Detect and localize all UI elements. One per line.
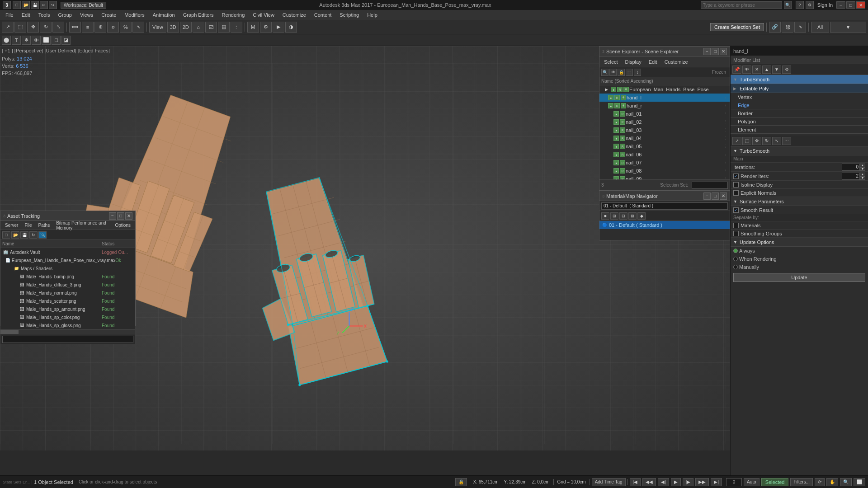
at-save-btn[interactable]: 💾 — [20, 231, 28, 239]
nail09-item[interactable]: ● R nail_09 ⋮ — [599, 175, 730, 179]
more-btn[interactable]: ⋯ — [782, 137, 791, 145]
schematic-btn[interactable]: ⋮ — [231, 22, 242, 33]
select-region-btn[interactable]: ⬚ — [14, 22, 26, 33]
orbit-btn[interactable]: ⟳ — [815, 478, 825, 486]
lock-selection-btn[interactable]: 🔒 — [455, 478, 467, 486]
mat-close-btn[interactable]: ✕ — [720, 192, 727, 200]
element-subobj[interactable]: Element — [731, 126, 868, 134]
menu-item-content[interactable]: Content — [311, 11, 335, 19]
render-iters-input[interactable] — [842, 173, 860, 180]
spinner-snap-btn[interactable]: ∿ — [132, 22, 144, 33]
help-icon-btn[interactable]: ? — [796, 1, 804, 9]
nail05-item[interactable]: ● R nail_05 ⋮ — [599, 142, 730, 150]
config-btn[interactable]: ⚙ — [782, 66, 791, 74]
play-start-btn[interactable]: |◀ — [630, 478, 641, 486]
mat-minimize-btn[interactable]: − — [703, 192, 711, 200]
at-new-btn[interactable]: □ — [2, 231, 10, 239]
menu-item-graph-editors[interactable]: Graph Editors — [179, 11, 217, 19]
render-iters-checkbox[interactable]: ✓ — [733, 174, 739, 179]
undo-btn[interactable]: ↩ — [40, 1, 48, 9]
wireframe-btn[interactable]: ⬜ — [42, 36, 51, 45]
close-btn[interactable]: ✕ — [856, 1, 865, 9]
filters-btn[interactable]: Filters... — [790, 478, 813, 486]
timeline-ruler[interactable]: 0510152025303540455055606570758085909510… — [0, 461, 730, 471]
select-obj-btn[interactable]: ↗ — [732, 137, 741, 145]
pin-mod-btn[interactable]: 📌 — [732, 66, 741, 74]
selection-set-input[interactable] — [692, 182, 728, 189]
move-btn[interactable]: ✥ — [27, 22, 39, 33]
mat-tb-btn2[interactable]: ⊞ — [610, 212, 618, 220]
menu-item-group[interactable]: Group — [54, 11, 75, 19]
at-close-btn[interactable]: ✕ — [125, 212, 132, 220]
at-vault-item[interactable]: 🏢 Autodesk Vault Logged Ou... — [0, 248, 135, 256]
iterations-up[interactable]: ▲ — [860, 164, 865, 167]
search-input[interactable] — [701, 1, 782, 9]
prev-key-btn[interactable]: ◀| — [658, 478, 669, 486]
tl-key-filter-btn[interactable]: K — [722, 452, 728, 460]
handl-vis-icon[interactable]: ● — [608, 95, 613, 100]
handr-drag-handle[interactable]: ⋮ — [722, 103, 729, 108]
freeze-btn[interactable]: ❄ — [22, 36, 31, 45]
active-shade-btn[interactable]: ◑ — [285, 22, 297, 33]
se-maximize-btn[interactable]: □ — [712, 48, 719, 55]
vertex-subobj[interactable]: Vertex — [731, 93, 868, 101]
rotate-btn[interactable]: ↻ — [40, 22, 52, 33]
rotate-btn2[interactable]: ↻ — [762, 137, 771, 145]
at-scene-item[interactable]: 📄 European_Man_Hands_Base_Pose_max_vray.… — [0, 256, 135, 264]
iterations-down[interactable]: ▼ — [860, 167, 865, 171]
scene-root-item[interactable]: ▶ ● R ❄ European_Man_Hands_Base_Pose — [599, 85, 730, 94]
at-normal-item[interactable]: 🖼 Male_Hands_normal.png Found — [0, 289, 135, 297]
mat-tb-btn3[interactable]: ⊟ — [619, 212, 627, 220]
editable-poly-modifier[interactable]: ▶ Editable Poly — [731, 84, 868, 93]
named-sets-btn[interactable]: ▼ — [830, 22, 866, 33]
render-iters-up[interactable]: ▲ — [860, 173, 865, 176]
play-end-btn[interactable]: ▶| — [711, 478, 722, 486]
move-down-btn[interactable]: ▼ — [772, 66, 781, 74]
prev-frame-btn[interactable]: ◀◀ — [642, 478, 656, 486]
backface-btn[interactable]: ◪ — [61, 36, 71, 45]
hand-l-item[interactable]: ● R ❄ hand_l ⋮ — [599, 94, 730, 102]
nail08-item[interactable]: ● R nail_08 ⋮ — [599, 167, 730, 175]
nail03-item[interactable]: ● R nail_03 ⋮ — [599, 126, 730, 134]
turbosmooth-section-header[interactable]: ▼ TurboSmooth — [731, 146, 868, 155]
open-btn[interactable]: 📂 — [22, 1, 30, 9]
signin-btn[interactable]: Sign In — [814, 2, 836, 8]
snap-btn[interactable]: ⊕ — [94, 22, 106, 33]
menu-item-scripting[interactable]: Scripting — [336, 11, 363, 19]
handr-freeze-icon[interactable]: ❄ — [621, 103, 626, 108]
scene-list[interactable]: ▶ ● R ❄ European_Man_Hands_Base_Pose ● R… — [599, 85, 730, 179]
settings-icon-btn[interactable]: ⚙ — [806, 1, 814, 9]
root-vis-icon[interactable]: ● — [611, 87, 616, 92]
iterations-input[interactable] — [842, 164, 860, 171]
root-freeze-icon[interactable]: ❄ — [623, 87, 629, 92]
nail02-item[interactable]: ● R nail_02 ⋮ — [599, 118, 730, 126]
workspace-dropdown[interactable]: Workspace: Default — [61, 2, 106, 9]
smooth-result-checkbox[interactable]: ✓ — [733, 207, 739, 213]
surface-params-header[interactable]: ▼ Surface Parameters — [731, 197, 868, 206]
nail01-vis[interactable]: ● — [613, 111, 619, 117]
menu-item-edit[interactable]: Edit — [18, 11, 34, 19]
at-hscrollbar[interactable] — [0, 329, 135, 334]
handl-drag-handle[interactable]: ⋮ — [722, 95, 729, 100]
next-frame-btn[interactable]: ▶▶ — [695, 478, 709, 486]
play-btn[interactable]: ▶ — [671, 478, 681, 486]
mat-tb-btn1[interactable]: ■ — [601, 212, 609, 220]
at-spgloss-item[interactable]: 🖼 Male_Hands_sp_gloss.png Found — [0, 321, 135, 329]
pan-btn[interactable]: ✋ — [826, 478, 838, 486]
se-edit-btn[interactable]: Edit — [646, 59, 660, 65]
show-mod-btn[interactable]: 👁 — [742, 66, 751, 74]
at-server-menu[interactable]: Server — [2, 222, 21, 228]
menu-item-file[interactable]: File — [2, 11, 17, 19]
at-options-menu[interactable]: Options — [113, 222, 133, 228]
mirror-btn[interactable]: ⟺ — [69, 22, 81, 33]
selection-filter-btn[interactable]: All — [811, 22, 829, 33]
menu-item-rendering[interactable]: Rendering — [218, 11, 249, 19]
render-btn[interactable]: ▶ — [273, 22, 284, 33]
maximize-btn[interactable]: □ — [846, 1, 855, 9]
align-btn[interactable]: ≡ — [82, 22, 94, 33]
always-radio[interactable]: Always — [733, 248, 755, 253]
menu-item-views[interactable]: Views — [76, 11, 97, 19]
se-select-btn[interactable]: Select — [601, 59, 621, 65]
menu-item-animation[interactable]: Animation — [149, 11, 179, 19]
type-btn[interactable]: T — [12, 36, 21, 45]
